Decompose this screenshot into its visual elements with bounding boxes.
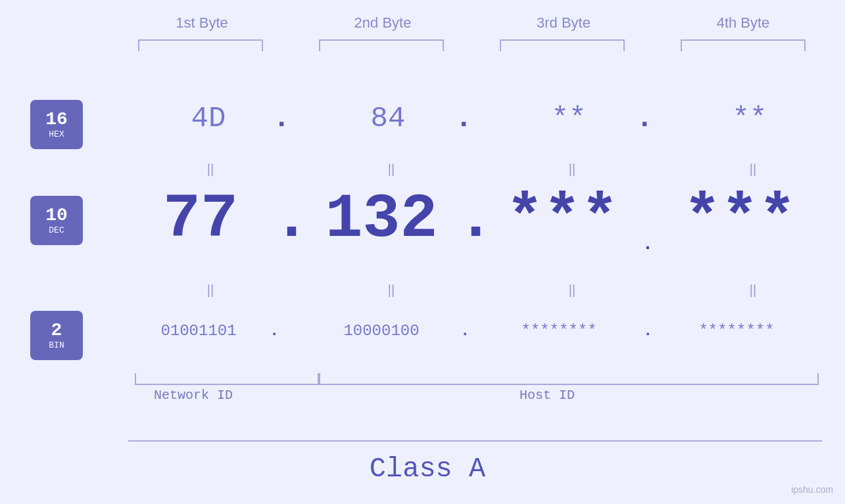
eq-2-2: ||: [372, 283, 411, 298]
host-bracket: [319, 373, 819, 385]
hex-base-num: 16: [45, 110, 68, 130]
dot-hex-3: .: [636, 102, 653, 135]
byte-header-2: 2nd Byte: [317, 14, 448, 32]
hex-badge: 16 HEX: [30, 100, 83, 149]
byte-header-1: 1st Byte: [136, 14, 268, 32]
dec-base-num: 10: [45, 206, 68, 226]
bin-byte-1: 01001101: [133, 322, 264, 340]
bin-byte-4: ********: [664, 322, 809, 340]
hex-byte-2: 84: [329, 102, 447, 135]
eq-1-3: ||: [552, 162, 592, 177]
dot-dec-3: .: [641, 234, 654, 254]
bin-base-num: 2: [51, 321, 62, 341]
bin-byte-3: ********: [487, 322, 631, 340]
dot-hex-1: .: [273, 102, 290, 135]
bin-badge: 2 BIN: [30, 311, 83, 360]
byte-header-3: 3rd Byte: [498, 14, 629, 32]
dec-badge: 10 DEC: [30, 196, 83, 245]
host-id-label: Host ID: [519, 388, 575, 403]
network-id-label: Network ID: [154, 388, 233, 403]
dec-base-name: DEC: [49, 225, 64, 235]
hex-byte-4: **: [690, 102, 809, 135]
dec-byte-4: ***: [664, 184, 815, 255]
eq-1-2: ||: [372, 162, 411, 177]
eq-2-4: ||: [733, 283, 773, 298]
hex-byte-3: **: [510, 102, 628, 135]
top-bracket-2: [319, 39, 444, 51]
class-line: [128, 440, 822, 442]
top-bracket-1: [138, 39, 263, 51]
dot-bin-3: .: [643, 322, 652, 340]
eq-1-4: ||: [733, 162, 773, 177]
byte-header-4: 4th Byte: [677, 14, 809, 32]
dot-bin-2: .: [460, 322, 470, 340]
bin-base-name: BIN: [49, 340, 64, 350]
dec-byte-2: 132: [309, 184, 454, 255]
class-label: Class A: [263, 453, 592, 485]
eq-2-3: ||: [552, 283, 592, 298]
hex-byte-1: 4D: [149, 102, 268, 135]
eq-2-1: ||: [191, 283, 230, 298]
bin-byte-2: 10000100: [309, 322, 454, 340]
dot-hex-2: .: [455, 102, 472, 135]
network-bracket: [135, 373, 319, 385]
dec-byte-3: ***: [487, 184, 638, 255]
top-bracket-4: [681, 39, 806, 51]
main-layout: 1st Byte 2nd Byte 3rd Byte 4th Byte 16 H…: [0, 0, 845, 504]
top-bracket-3: [500, 39, 625, 51]
dec-byte-1: 77: [132, 184, 270, 255]
hex-base-name: HEX: [49, 129, 64, 139]
dot-dec-1: .: [273, 184, 310, 255]
watermark: ipshu.com: [791, 484, 833, 495]
dot-bin-1: .: [270, 322, 279, 340]
eq-1-1: ||: [191, 162, 230, 177]
